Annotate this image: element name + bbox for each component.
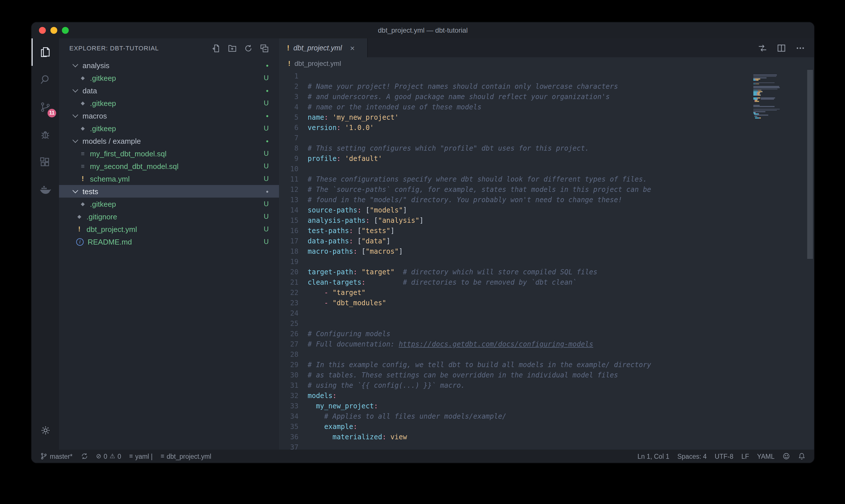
- code-line[interactable]: 26# Configuring models: [279, 329, 814, 339]
- code-line[interactable]: 24: [279, 308, 814, 319]
- status-notifications[interactable]: [794, 450, 809, 463]
- code-line[interactable]: 8# This setting configures which "profil…: [279, 143, 814, 154]
- tree-folder-macros[interactable]: macros●: [59, 109, 279, 122]
- code-line[interactable]: 29# In this example config, we tell dbt …: [279, 360, 814, 370]
- status-feedback[interactable]: [778, 450, 794, 463]
- activity-explorer[interactable]: [32, 38, 59, 66]
- tree-file-gitkeep[interactable]: ◆.gitkeepU: [59, 198, 279, 210]
- tree-item-label: macros: [83, 111, 261, 120]
- code-line[interactable]: 15analysis-paths: ["analysis"]: [279, 215, 814, 226]
- collapse-folders-icon[interactable]: [260, 44, 269, 52]
- open-changes-icon[interactable]: [758, 43, 767, 52]
- tree-folder-analysis[interactable]: analysis●: [59, 59, 279, 72]
- code-line[interactable]: 14source-paths: ["models"]: [279, 205, 814, 215]
- code-line[interactable]: 30# as tables. These settings can be ove…: [279, 370, 814, 380]
- tree-file-readme-md[interactable]: iREADME.mdU: [59, 235, 279, 248]
- activity-docker[interactable]: [32, 176, 59, 203]
- code-text: name: 'my_new_project': [308, 112, 399, 123]
- git-status-badge: U: [264, 74, 269, 82]
- tree-file-my-second-dbt-model-sql[interactable]: ≡my_second_dbt_model.sqlU: [59, 160, 279, 173]
- code-line[interactable]: 25: [279, 319, 814, 329]
- code-editor[interactable]: 12# Name your project! Project names sho…: [279, 70, 814, 450]
- git-file-icon: ◆: [78, 200, 87, 208]
- new-folder-icon[interactable]: [228, 44, 237, 52]
- line-number: 19: [279, 256, 299, 267]
- activity-search[interactable]: [32, 66, 59, 93]
- status-indentation[interactable]: Spaces: 4: [673, 450, 711, 463]
- tree-folder-models-example[interactable]: models / example●: [59, 134, 279, 147]
- code-line[interactable]: 34 # Applies to all files under models/e…: [279, 411, 814, 421]
- more-actions-icon[interactable]: [796, 43, 805, 52]
- activity-bar: 11: [32, 38, 59, 450]
- tree-file-gitkeep[interactable]: ◆.gitkeepU: [59, 72, 279, 84]
- breadcrumb[interactable]: ! dbt_project.yml: [279, 57, 814, 70]
- new-file-icon[interactable]: [212, 44, 220, 52]
- code-line[interactable]: 19: [279, 256, 814, 267]
- code-line[interactable]: 2# Name your project! Project names shou…: [279, 81, 814, 92]
- refresh-icon[interactable]: [244, 44, 253, 52]
- activity-settings[interactable]: [32, 416, 59, 444]
- code-line[interactable]: 10: [279, 164, 814, 174]
- close-tab-icon[interactable]: ×: [350, 43, 355, 52]
- titlebar[interactable]: dbt_project.yml — dbt-tutorial: [32, 22, 814, 38]
- split-editor-icon[interactable]: [777, 43, 786, 52]
- tree-file-dbt-project-yml[interactable]: !dbt_project.ymlU: [59, 223, 279, 235]
- code-line[interactable]: 28: [279, 349, 814, 360]
- line-number: 11: [279, 174, 299, 184]
- code-line[interactable]: 22 - "target": [279, 288, 814, 298]
- code-line[interactable]: 27# Full documentation: https://docs.get…: [279, 339, 814, 349]
- minimize-window-button[interactable]: [50, 27, 57, 34]
- code-line[interactable]: 31# using the `{{ config(...) }}` macro.: [279, 380, 814, 391]
- code-text: source-paths: ["models"]: [308, 205, 407, 215]
- status-left: master*⊘0⚠0≡yaml |≡dbt_project.yml: [36, 450, 215, 463]
- code-line[interactable]: 35 example:: [279, 421, 814, 432]
- code-line[interactable]: 23 - "dbt_modules": [279, 298, 814, 308]
- status-git-branch[interactable]: master*: [36, 450, 76, 463]
- breadcrumb-file[interactable]: dbt_project.yml: [294, 59, 341, 68]
- tree-file-gitkeep[interactable]: ◆.gitkeepU: [59, 97, 279, 109]
- status-language-mode[interactable]: YAML: [753, 450, 778, 463]
- tree-file-my-first-dbt-model-sql[interactable]: ≡my_first_dbt_model.sqlU: [59, 147, 279, 160]
- code-line[interactable]: 32models:: [279, 391, 814, 401]
- code-line[interactable]: 33 my_new_project:: [279, 401, 814, 411]
- tree-file-gitkeep[interactable]: ◆.gitkeepU: [59, 122, 279, 134]
- tree-file-schema-yml[interactable]: !schema.ymlU: [59, 173, 279, 185]
- code-line[interactable]: 4# name or the intended use of these mod…: [279, 102, 814, 112]
- code-line[interactable]: 6version: '1.0.0': [279, 123, 814, 133]
- status-cursor-position[interactable]: Ln 1, Col 1: [633, 450, 673, 463]
- code-line[interactable]: 36 materialized: view: [279, 432, 814, 442]
- code-line[interactable]: 5name: 'my_new_project': [279, 112, 814, 123]
- code-line[interactable]: 37: [279, 442, 814, 450]
- editor-scrollbar[interactable]: [807, 70, 813, 259]
- activity-debug[interactable]: [32, 121, 59, 148]
- status-eol-sequence[interactable]: LF: [737, 450, 753, 463]
- zoom-window-button[interactable]: [62, 27, 69, 34]
- tab-dbt-project-yml[interactable]: ! dbt_project.yml ×: [279, 38, 368, 57]
- folder-modified-dot: ●: [266, 138, 269, 143]
- code-line[interactable]: 7: [279, 133, 814, 143]
- tree-folder-tests[interactable]: tests●: [59, 185, 279, 198]
- code-line[interactable]: 18macro-paths: ["macros"]: [279, 246, 814, 256]
- tree-file-gitignore[interactable]: ◆.gitignoreU: [59, 210, 279, 223]
- code-line[interactable]: 20target-path: "target" # directory whic…: [279, 267, 814, 277]
- code-line[interactable]: 9profile: 'default': [279, 154, 814, 164]
- activity-source-control[interactable]: 11: [32, 93, 59, 121]
- code-line[interactable]: 13# found in the "models/" directory. Yo…: [279, 195, 814, 205]
- code-line[interactable]: 3# and underscores. A good package name …: [279, 92, 814, 102]
- close-window-button[interactable]: [39, 27, 46, 34]
- status-sync-changes[interactable]: [76, 450, 92, 463]
- code-line[interactable]: 21clean-targets: # directories to be rem…: [279, 277, 814, 288]
- code-line[interactable]: 1: [279, 71, 814, 81]
- code-line[interactable]: 16test-paths: ["tests"]: [279, 226, 814, 236]
- status-yaml-language-status[interactable]: ≡yaml |: [125, 450, 157, 463]
- code-line[interactable]: 12# The `source-paths` config, for examp…: [279, 184, 814, 195]
- code-line[interactable]: 17data-paths: ["data"]: [279, 236, 814, 246]
- status-encoding[interactable]: UTF-8: [711, 450, 737, 463]
- status-active-file-status[interactable]: ≡dbt_project.yml: [157, 450, 215, 463]
- code-line[interactable]: 11# These configurations specify where d…: [279, 174, 814, 184]
- tree-folder-data[interactable]: data●: [59, 84, 279, 97]
- activity-extensions[interactable]: [32, 148, 59, 176]
- line-number: 10: [279, 164, 299, 174]
- status-problems[interactable]: ⊘0⚠0: [92, 450, 125, 463]
- minimap[interactable]: [753, 73, 804, 120]
